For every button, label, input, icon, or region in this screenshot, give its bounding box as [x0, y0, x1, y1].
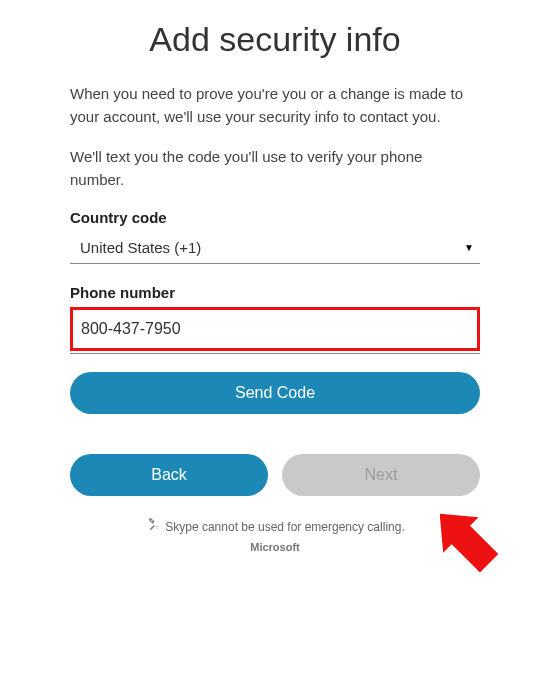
- country-code-select[interactable]: United States (+1) ▼: [70, 232, 480, 264]
- phone-number-input[interactable]: [79, 314, 471, 344]
- intro-paragraph-1: When you need to prove you're you or a c…: [70, 83, 480, 128]
- country-code-selected-value: United States (+1): [70, 232, 480, 264]
- nav-button-row: Back Next: [70, 454, 480, 496]
- page-title: Add security info: [70, 20, 480, 59]
- footer: Skype cannot be used for emergency calli…: [70, 518, 480, 553]
- back-button[interactable]: Back: [70, 454, 268, 496]
- country-code-label: Country code: [70, 209, 480, 226]
- emergency-calling-notice: Skype cannot be used for emergency calli…: [165, 520, 404, 534]
- next-button[interactable]: Next: [282, 454, 480, 496]
- brand-label: Microsoft: [70, 541, 480, 553]
- phone-underline: [70, 353, 480, 354]
- phone-number-label: Phone number: [70, 284, 480, 301]
- send-code-button[interactable]: Send Code: [70, 372, 480, 414]
- tools-icon: [145, 518, 159, 535]
- phone-input-highlight-annotation: [70, 307, 480, 351]
- chevron-down-icon: ▼: [464, 242, 474, 253]
- intro-paragraph-2: We'll text you the code you'll use to ve…: [70, 146, 480, 191]
